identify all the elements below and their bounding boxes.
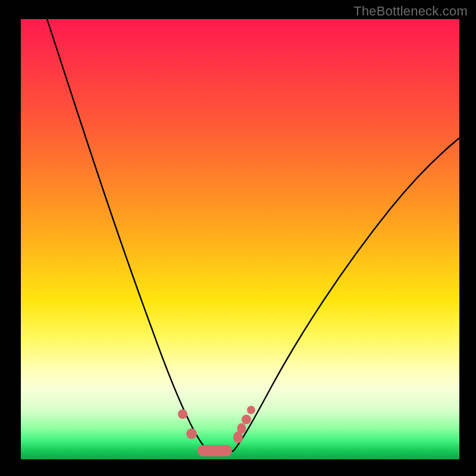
bottleneck-curve (21, 19, 459, 459)
curve-left-path (47, 19, 203, 446)
marker-dot (247, 406, 255, 414)
watermark-text: TheBottleneck.com (353, 4, 468, 19)
marker-dot (242, 415, 251, 424)
marker-dot (178, 409, 187, 419)
chart-frame: TheBottleneck.com (0, 0, 476, 476)
curve-right-path (234, 138, 459, 450)
marker-dot (186, 428, 197, 439)
valley-bar (198, 445, 232, 456)
plot-area (21, 19, 459, 459)
marker-dot (237, 423, 246, 434)
